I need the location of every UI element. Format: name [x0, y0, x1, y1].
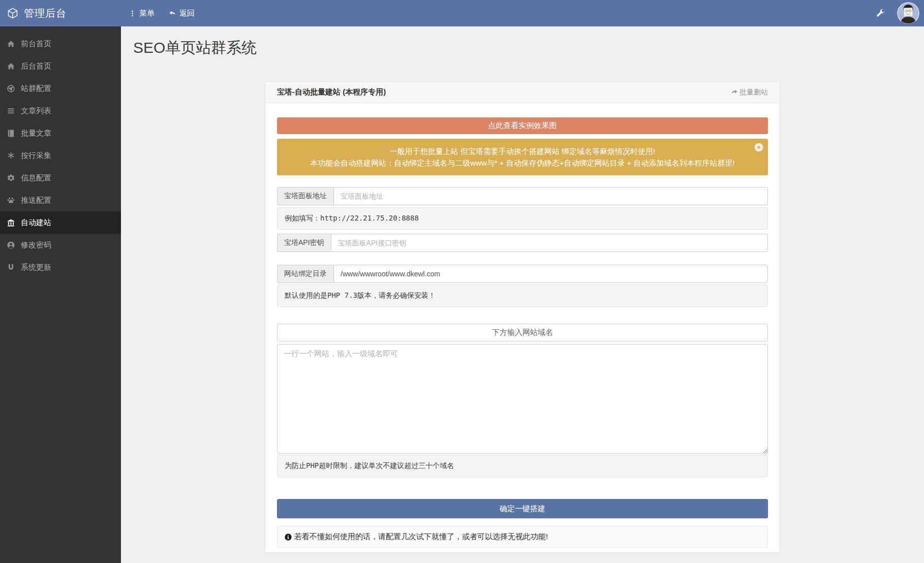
panel-address-input[interactable] — [333, 187, 768, 205]
sidebar-item-label: 系统更新 — [21, 263, 51, 272]
api-key-input[interactable] — [331, 234, 768, 252]
bind-dir-label: 网站绑定目录 — [277, 265, 333, 283]
sidebar-item-admin-home[interactable]: 后台首页 — [0, 55, 121, 77]
sidebar-item-label: 前台首页 — [21, 39, 51, 49]
asterisk-icon — [7, 151, 15, 160]
gear-icon — [7, 174, 15, 182]
alert-line2: 本功能会自动搭建网站：自动绑定主域名与二级www与* + 自动保存伪静态+自动绑… — [300, 157, 745, 169]
panel-address-label: 宝塔面板地址 — [277, 187, 333, 205]
sidebar-item-label: 修改密码 — [21, 240, 51, 250]
sidebar-item-label: 自动建站 — [21, 218, 51, 228]
sidebar-item-article-list[interactable]: 文章列表 — [0, 100, 121, 122]
sidebar-item-label: 文章列表 — [21, 106, 51, 116]
menu-label: 菜单 — [139, 9, 155, 18]
user-avatar[interactable] — [897, 2, 919, 24]
sidebar-item-push-config[interactable]: 推送配置 — [0, 189, 121, 211]
sidebar-item-label: 后台首页 — [21, 61, 51, 71]
php-version-hint: 默认使用的是PHP 7.3版本，请务必确保安装！ — [277, 285, 768, 307]
panel-auto-build: 宝塔-自动批量建站 (本程序专用) 批量删站 点此查看实例效果图 一般用于想批量… — [265, 81, 780, 553]
php-timeout-hint: 为防止PHP超时限制，建议单次不建议超过三十个域名 — [277, 455, 768, 477]
sidebar-item-change-password[interactable]: 修改密码 — [0, 234, 121, 256]
page-title: SEO单页站群系统 — [133, 38, 924, 58]
avatar-image — [897, 2, 919, 24]
share-arrow-icon — [730, 88, 738, 96]
sidebar-item-label: 推送配置 — [21, 196, 51, 205]
sidebar-item-info-config[interactable]: 信息配置 — [0, 167, 121, 189]
menu-dots-icon — [129, 10, 136, 17]
sidebar: 前台首页 后台首页 站群配置 文章列表 批量文章 按行采集 — [0, 26, 121, 563]
bind-dir-group: 网站绑定目录 — [277, 265, 768, 283]
hint-text: 超时限制，建议单次不建议超过三十个域名 — [319, 461, 454, 470]
submit-build-button[interactable]: 确定一键搭建 — [277, 499, 768, 518]
batch-delete-label: 批量删站 — [740, 88, 768, 97]
topnav: 菜单 返回 — [129, 9, 195, 18]
api-key-label: 宝塔API密钥 — [277, 234, 331, 252]
user-circle-icon — [7, 241, 15, 249]
hint-text: 版本，请务必确保安装！ — [357, 291, 436, 299]
sidebar-item-batch-articles[interactable]: 批量文章 — [0, 122, 121, 144]
topbar: 管理后台 菜单 返回 — [0, 0, 924, 26]
panel-header: 宝塔-自动批量建站 (本程序专用) 批量删站 — [265, 82, 780, 103]
api-key-group: 宝塔API密钥 — [277, 234, 768, 252]
sidebar-item-label: 站群配置 — [21, 84, 51, 93]
book-icon — [7, 129, 15, 138]
update-icon — [7, 263, 15, 272]
hint-code: PHP — [306, 461, 319, 470]
footer-note: 若看不懂如何使用的话，请配置几次试下就懂了，或者可以选择无视此功能! — [277, 526, 768, 548]
usage-alert: 一般用于想批量上站 但宝塔需要手动挨个搭建网站 绑定域名等麻烦情况时使用! 本功… — [277, 139, 768, 175]
cube-logo-icon — [7, 7, 19, 19]
footer-note-text: 若看不懂如何使用的话，请配置几次试下就懂了，或者可以选择无视此功能! — [294, 532, 548, 542]
list-icon — [7, 107, 15, 115]
back-label: 返回 — [179, 9, 195, 18]
close-icon[interactable] — [754, 142, 764, 152]
topbar-right — [876, 2, 924, 24]
sidebar-item-label: 批量文章 — [21, 129, 51, 138]
hint-code: http://22.21.75.20:8888 — [320, 214, 419, 222]
panel-address-group: 宝塔面板地址 — [277, 187, 768, 205]
domain-section-header: 下方输入网站域名 — [277, 324, 768, 341]
home-icon — [7, 62, 15, 71]
hint-text: 默认使用的是 — [285, 291, 327, 299]
back-link[interactable]: 返回 — [169, 9, 195, 18]
wrench-icon[interactable] — [876, 9, 885, 18]
home-icon — [7, 40, 15, 48]
sidebar-item-auto-build[interactable]: 自动建站 — [0, 211, 121, 234]
brand-title: 管理后台 — [24, 7, 67, 20]
example-image-button[interactable]: 点此查看实例效果图 — [277, 117, 768, 134]
chrome-icon — [7, 84, 15, 93]
hint-code: PHP 7.3 — [327, 291, 357, 299]
hint-text: 例如填写： — [285, 214, 320, 222]
panel-address-hint: 例如填写：http://22.21.75.20:8888 — [277, 207, 768, 230]
sidebar-item-label: 信息配置 — [21, 173, 51, 183]
back-arrow-icon — [169, 10, 176, 17]
hint-text: 为防止 — [285, 461, 306, 470]
sidebar-item-front-home[interactable]: 前台首页 — [0, 33, 121, 55]
sidebar-item-sitegroup-config[interactable]: 站群配置 — [0, 77, 121, 100]
bind-dir-input[interactable] — [333, 265, 768, 283]
panel-title: 宝塔-自动批量建站 (本程序专用) — [277, 87, 386, 97]
brand[interactable]: 管理后台 — [0, 7, 121, 20]
info-icon — [284, 533, 292, 541]
panel-body: 点此查看实例效果图 一般用于想批量上站 但宝塔需要手动挨个搭建网站 绑定域名等麻… — [265, 103, 780, 552]
sidebar-item-line-collect[interactable]: 按行采集 — [0, 144, 121, 167]
bank-icon — [7, 218, 15, 227]
domains-textarea[interactable] — [277, 344, 768, 454]
sidebar-item-system-update[interactable]: 系统更新 — [0, 256, 121, 278]
sidebar-item-label: 按行采集 — [21, 151, 51, 161]
paw-icon — [7, 196, 15, 205]
menu-toggle[interactable]: 菜单 — [129, 9, 155, 18]
main-content: SEO单页站群系统 宝塔-自动批量建站 (本程序专用) 批量删站 点此查看实例效… — [121, 26, 924, 563]
batch-delete-link[interactable]: 批量删站 — [730, 88, 768, 97]
alert-line1: 一般用于想批量上站 但宝塔需要手动挨个搭建网站 绑定域名等麻烦情况时使用! — [300, 145, 745, 157]
